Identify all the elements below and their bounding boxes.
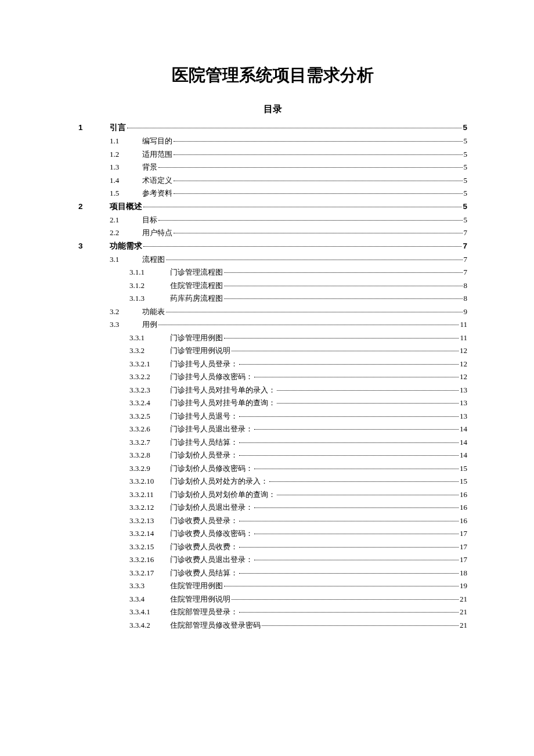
toc-entry-page: 14 [460,451,467,459]
toc-leader-dots [254,534,459,534]
toc-entry-page: 5 [464,137,468,145]
page-title: 医院管理系统项目需求分析 [78,64,467,87]
toc-entry-text: 参考资料 [142,189,172,197]
toc-leader-dots [239,416,459,417]
toc-entry-page: 11 [460,334,467,341]
toc-entry[interactable]: 3.3.2.2门诊挂号人员修改密码：12 [78,373,467,380]
toc-leader-dots [239,442,459,443]
toc-entry[interactable]: 3.3.1门诊管理用例图11 [78,334,467,341]
toc-entry-number: 3.3.2.14 [129,530,170,537]
toc-leader-dots [174,181,463,181]
toc-entry-text: 药库药房流程图 [170,294,223,302]
toc-entry[interactable]: 3.1.2住院管理流程图8 [78,282,467,289]
toc-entry-page: 8 [464,294,468,302]
toc-entry-text: 门诊挂号人员退出登录： [170,425,253,433]
toc-entry-number: 3.3.2.6 [129,425,170,433]
toc-entry-text: 门诊收费人员登录： [170,517,238,524]
toc-entry[interactable]: 1.4术语定义5 [78,177,467,184]
toc-entry[interactable]: 3.3用例11 [78,321,467,328]
toc-entry[interactable]: 3.3.2.16门诊收费人员退出登录：17 [78,556,467,563]
toc-entry-page: 7 [464,229,468,236]
toc-entry[interactable]: 2项目概述5 [78,203,467,211]
toc-entry[interactable]: 3.3.2.12门诊划价人员退出登录：16 [78,503,467,511]
toc-entry-number: 3.3.4.1 [129,608,170,615]
toc-entry-text: 引言 [110,124,126,132]
toc-entry-number: 3.3.2.3 [129,386,170,394]
toc-entry-text: 门诊划价人员退出登录： [170,503,253,511]
toc-leader-dots [158,220,463,221]
toc-entry[interactable]: 3.3.2.1门诊挂号人员登录：12 [78,360,467,368]
toc-entry-number: 3.1.1 [129,268,170,276]
toc-entry[interactable]: 3.1.1门诊管理流程图7 [78,268,467,276]
toc-entry[interactable]: 3.3.2.15门诊收费人员收费：17 [78,543,467,550]
toc-entry[interactable]: 3.3.2.6门诊挂号人员退出登录：14 [78,425,467,433]
toc-entry-text: 门诊挂号人员对挂号单的录入： [170,386,276,394]
toc-leader-dots [127,128,461,128]
toc-entry-page: 16 [460,503,467,511]
toc-entry[interactable]: 3.3.2.11门诊划价人员对划价单的查询：16 [78,491,467,498]
toc-entry-page: 18 [460,569,467,577]
toc-entry-page: 16 [460,517,467,524]
toc-entry-page: 15 [460,477,467,485]
toc-leader-dots [254,469,459,469]
toc-entry[interactable]: 3.3.4住院管理用例说明21 [78,595,467,603]
toc-entry[interactable]: 3.3.2.14门诊收费人员修改密码：17 [78,530,467,537]
toc-entry[interactable]: 2.1目标5 [78,216,467,224]
toc-entry-text: 住院部管理员修改登录密码 [170,621,261,629]
toc-entry-number: 1.2 [110,150,142,158]
toc-leader-dots [143,207,461,207]
toc-entry[interactable]: 3.3.2.4门诊挂号人员对挂号单的查询：13 [78,399,467,406]
toc-leader-dots [224,586,459,586]
toc-entry[interactable]: 1.5参考资料5 [78,189,467,197]
toc-entry-page: 5 [464,189,468,197]
toc-entry-page: 5 [463,203,467,211]
toc-entry[interactable]: 3.3.2门诊管理用例说明12 [78,347,467,354]
toc-leader-dots [239,612,459,613]
toc-leader-dots [224,272,463,273]
toc-entry[interactable]: 1.2适用范围5 [78,150,467,158]
toc-entry-number: 3.3.2.2 [129,373,170,380]
toc-entry-number: 3.3.2.13 [129,517,170,524]
toc-entry-text: 住院管理用例图 [170,582,223,589]
toc-entry[interactable]: 3.3.4.2住院部管理员修改登录密码21 [78,621,467,629]
toc-entry[interactable]: 3.3.2.9门诊划价人员修改密码：15 [78,465,467,472]
toc-entry[interactable]: 1引言5 [78,124,467,132]
toc-entry-number: 1.3 [110,163,142,171]
toc-entry-text: 术语定义 [142,177,172,184]
toc-entry[interactable]: 3.3.2.5门诊挂号人员退号：13 [78,412,467,420]
toc-entry[interactable]: 3.3.2.8门诊划价人员登录：14 [78,451,467,459]
toc-entry-text: 适用范围 [142,150,172,158]
toc-entry-number: 3.3.2.8 [129,451,170,459]
toc-entry[interactable]: 3.2功能表9 [78,308,467,315]
toc-entry[interactable]: 2.2用户特点7 [78,229,467,236]
toc-entry[interactable]: 3.1流程图7 [78,255,467,263]
toc-entry-number: 3.3.2.17 [129,569,170,577]
toc-entry[interactable]: 3.3.3住院管理用例图19 [78,582,467,589]
toc-entry[interactable]: 3.3.2.17门诊收费人员结算：18 [78,569,467,577]
toc-entry-number: 3.3 [110,321,142,328]
toc-entry[interactable]: 3.1.3药库药房流程图8 [78,294,467,302]
toc-entry[interactable]: 3功能需求7 [78,242,467,250]
toc-entry-page: 21 [460,595,467,603]
toc-leader-dots [174,193,463,194]
toc-entry[interactable]: 3.3.2.3门诊挂号人员对挂号单的录入：13 [78,386,467,394]
toc-entry-page: 11 [460,321,467,328]
toc-leader-dots [158,167,463,168]
toc-entry-page: 12 [460,373,467,380]
toc-entry-number: 3.3.2.11 [129,491,170,498]
toc-leader-dots [143,246,461,247]
toc-leader-dots [166,312,463,312]
toc-entry-number: 2.1 [110,216,142,224]
toc-entry[interactable]: 1.1编写目的5 [78,137,467,145]
toc-entry[interactable]: 3.3.2.10门诊划价人员对处方的录入：15 [78,477,467,485]
toc-entry[interactable]: 3.3.2.13门诊收费人员登录：16 [78,517,467,524]
toc-entry[interactable]: 3.3.2.7门诊挂号人员结算：14 [78,438,467,446]
toc-leader-dots [239,455,459,456]
toc-entry-number: 3.3.2.12 [129,503,170,511]
toc-entry-text: 住院部管理员登录： [170,608,238,615]
toc-leader-dots [269,481,459,482]
toc-leader-dots [239,573,459,574]
toc-entry-page: 7 [464,255,468,263]
toc-entry[interactable]: 1.3背景5 [78,163,467,171]
toc-entry[interactable]: 3.3.4.1住院部管理员登录：21 [78,608,467,615]
